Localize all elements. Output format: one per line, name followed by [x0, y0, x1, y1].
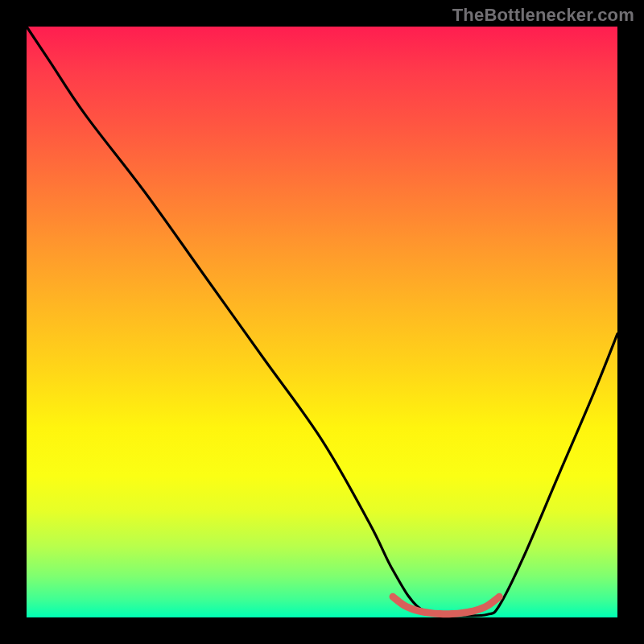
chart-frame: TheBottleneсker.com	[0, 0, 644, 644]
watermark-text: TheBottleneсker.com	[452, 5, 634, 26]
plot-area	[27, 27, 617, 617]
chart-svg	[27, 27, 617, 617]
optimal-range-marker	[393, 597, 499, 613]
bottleneck-curve	[27, 27, 617, 616]
